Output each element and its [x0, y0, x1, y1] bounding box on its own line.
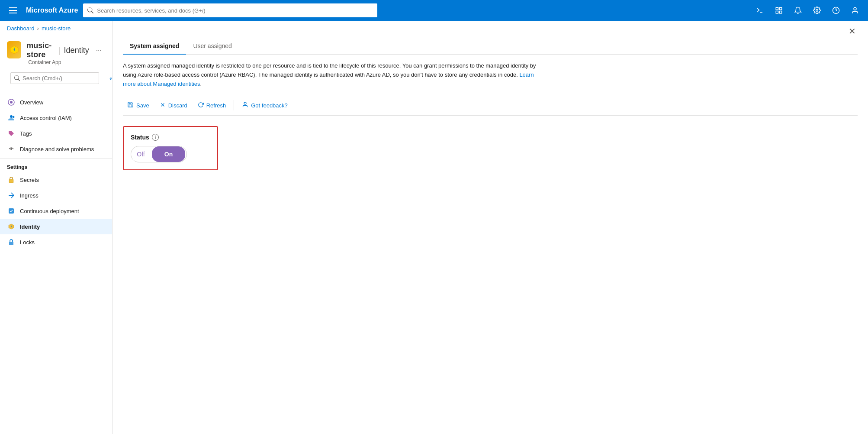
sidebar-search-input[interactable]: [23, 75, 95, 81]
tab-user-assigned[interactable]: User assigned: [186, 38, 239, 55]
locks-label: Locks: [20, 239, 35, 246]
deployment-icon: [7, 207, 16, 215]
tab-bar: System assigned User assigned: [123, 38, 858, 55]
feedback-button[interactable]: Got feedback?: [238, 99, 292, 112]
global-search-bar: [83, 3, 377, 17]
resource-name: music-store: [26, 41, 55, 59]
description-content: A system assigned managed identity is re…: [123, 62, 536, 78]
toolbar-separator: [234, 100, 234, 110]
svg-rect-15: [9, 179, 13, 183]
ingress-label: Ingress: [20, 192, 39, 199]
refresh-label: Refresh: [206, 102, 226, 109]
title-separator: |: [58, 45, 60, 55]
identity-icon: [7, 222, 16, 231]
discard-label: Discard: [168, 102, 187, 109]
sidebar-item-deployment[interactable]: Continuous deployment: [0, 203, 112, 219]
sidebar-navigation: Overview Access control (IAM) Tags Diagn…: [0, 91, 112, 253]
secrets-label: Secrets: [20, 177, 39, 183]
user-button[interactable]: [847, 3, 863, 18]
top-nav: Microsoft Azure: [0, 0, 868, 21]
svg-rect-4: [780, 11, 782, 13]
diagnose-icon: [7, 145, 16, 153]
content-body: System assigned User assigned A system a…: [113, 38, 868, 181]
sidebar-item-diagnose[interactable]: Diagnose and solve problems: [0, 141, 112, 157]
sidebar-search-area: «: [0, 69, 112, 91]
save-button[interactable]: Save: [123, 99, 154, 112]
brand-title: Microsoft Azure: [26, 6, 78, 14]
sidebar-item-secrets[interactable]: Secrets: [0, 172, 112, 188]
hamburger-icon: [7, 6, 19, 15]
toggle-off-option[interactable]: Off: [131, 146, 151, 162]
sidebar-search-box: [10, 72, 99, 84]
resource-icon: [7, 41, 21, 58]
resource-section: Identity: [64, 46, 89, 55]
settings-section-label: Settings: [0, 159, 112, 172]
portal-button[interactable]: [771, 3, 787, 18]
svg-point-13: [13, 116, 15, 118]
save-label: Save: [136, 102, 149, 109]
save-icon: [127, 101, 134, 109]
svg-rect-2: [780, 7, 782, 10]
sidebar-item-iam[interactable]: Access control (IAM): [0, 110, 112, 126]
help-button[interactable]: [828, 3, 844, 18]
svg-point-22: [244, 102, 246, 104]
sidebar-search-icon: [14, 75, 20, 81]
sidebar-item-tags[interactable]: Tags: [0, 126, 112, 141]
breadcrumb-dashboard[interactable]: Dashboard: [7, 25, 35, 32]
refresh-button[interactable]: Refresh: [193, 99, 231, 112]
overview-icon: [7, 98, 16, 107]
toggle-on-option[interactable]: On: [152, 146, 185, 162]
overview-label: Overview: [20, 99, 43, 106]
close-button[interactable]: ✕: [847, 24, 858, 38]
diagnose-label: Diagnose and solve problems: [20, 146, 94, 152]
collapse-sidebar-button[interactable]: «: [108, 73, 113, 84]
search-icon: [87, 7, 93, 13]
iam-icon: [7, 113, 16, 122]
sidebar-item-identity[interactable]: Identity: [0, 219, 112, 234]
locks-icon: [7, 238, 16, 246]
sidebar: Dashboard › music-store music-store | Id…: [0, 21, 113, 434]
resource-header: music-store | Identity ··· Container App: [0, 36, 112, 69]
feedback-icon: [242, 101, 248, 109]
discard-icon: [160, 102, 166, 109]
top-nav-icons: [752, 3, 863, 18]
svg-point-14: [10, 148, 12, 150]
status-info-icon[interactable]: i: [152, 134, 159, 141]
status-section: Status i Off On: [123, 126, 218, 170]
main-layout: Dashboard › music-store music-store | Id…: [0, 21, 868, 434]
close-bar: ✕: [113, 21, 868, 38]
settings-button[interactable]: [809, 3, 825, 18]
tags-label: Tags: [20, 130, 32, 137]
sidebar-item-overview[interactable]: Overview: [0, 94, 112, 110]
breadcrumb: Dashboard › music-store: [0, 21, 112, 36]
svg-point-8: [854, 7, 856, 10]
notifications-button[interactable]: [790, 3, 806, 18]
secrets-icon: [7, 175, 16, 184]
global-search-input[interactable]: [97, 7, 373, 14]
tags-icon: [7, 129, 16, 138]
hamburger-menu[interactable]: [5, 3, 21, 18]
ingress-icon: [7, 191, 16, 200]
svg-point-12: [10, 101, 13, 104]
sidebar-item-ingress[interactable]: Ingress: [0, 188, 112, 203]
breadcrumb-separator: ›: [37, 25, 39, 32]
content-area: ✕ System assigned User assigned A system…: [113, 21, 868, 434]
svg-rect-3: [776, 11, 778, 13]
discard-button[interactable]: Discard: [155, 99, 192, 112]
resource-type: Container App: [26, 59, 105, 65]
resource-title-area: music-store | Identity ··· Container App: [26, 41, 105, 65]
refresh-icon: [198, 102, 204, 109]
more-options-button[interactable]: ···: [93, 45, 105, 56]
description-text: A system assigned managed identity is re…: [123, 62, 547, 88]
svg-rect-19: [9, 242, 13, 245]
feedback-label: Got feedback?: [251, 102, 288, 109]
identity-label: Identity: [20, 223, 40, 230]
sidebar-item-locks[interactable]: Locks: [0, 234, 112, 250]
svg-rect-1: [776, 7, 778, 10]
tab-system-assigned[interactable]: System assigned: [123, 38, 186, 55]
status-toggle[interactable]: Off On: [131, 146, 187, 162]
cloud-shell-button[interactable]: [752, 3, 768, 18]
svg-point-5: [816, 10, 818, 12]
status-label-text: Status: [131, 134, 149, 141]
status-label-area: Status i: [131, 134, 210, 141]
